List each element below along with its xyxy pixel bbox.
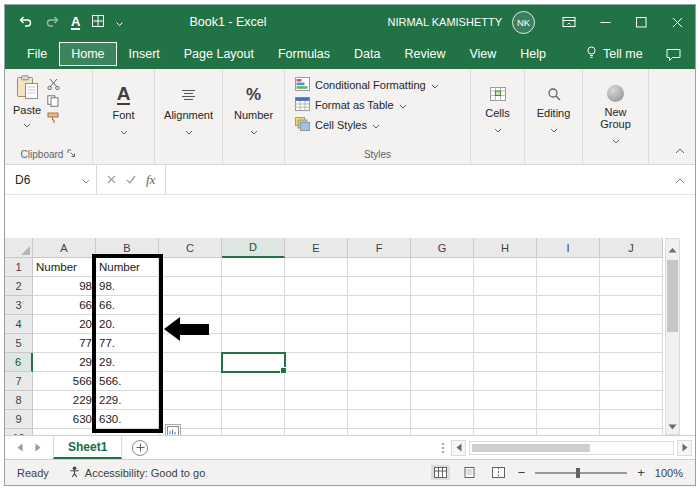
cell-E4[interactable] (285, 315, 348, 334)
sheet-next-icon[interactable] (35, 441, 41, 455)
minimize-button[interactable] (587, 5, 623, 39)
cell-G5[interactable] (411, 334, 474, 353)
copy-icon[interactable] (47, 95, 60, 107)
conditional-formatting-button[interactable]: Conditional Formatting (293, 75, 462, 95)
fill-options-button[interactable] (165, 424, 181, 435)
cell-E5[interactable] (285, 334, 348, 353)
cell-D5[interactable] (222, 334, 285, 353)
cell-E10[interactable] (285, 429, 348, 435)
zoom-in-button[interactable]: + (637, 465, 645, 480)
cell-I6[interactable] (537, 353, 600, 372)
cell-C1[interactable] (159, 258, 222, 277)
column-header-E[interactable]: E (285, 238, 348, 258)
format-painter-icon[interactable] (47, 112, 60, 124)
cell-H9[interactable] (474, 410, 537, 429)
cell-C3[interactable] (159, 296, 222, 315)
user-name[interactable]: NIRMAL KAMISHETTY (388, 16, 503, 28)
cell-J5[interactable] (600, 334, 663, 353)
cell-D1[interactable] (222, 258, 285, 277)
cell-D10[interactable] (222, 429, 285, 435)
cells-group-button[interactable]: Cells (471, 69, 525, 164)
cell-E8[interactable] (285, 391, 348, 410)
cell-F2[interactable] (348, 277, 411, 296)
row-header-10[interactable]: 10 (5, 429, 33, 435)
column-header-J[interactable]: J (600, 238, 663, 258)
cell-J4[interactable] (600, 315, 663, 334)
normal-view-icon[interactable] (431, 465, 450, 480)
cell-J9[interactable] (600, 410, 663, 429)
row-header-8[interactable]: 8 (5, 391, 33, 410)
comments-icon[interactable] (666, 48, 681, 61)
cell-J7[interactable] (600, 372, 663, 391)
cell-A3[interactable]: 66 (33, 296, 96, 315)
row-header-9[interactable]: 9 (5, 410, 33, 429)
zoom-out-button[interactable]: − (518, 465, 526, 480)
cell-H10[interactable] (474, 429, 537, 435)
tab-review[interactable]: Review (392, 42, 457, 66)
cancel-icon[interactable] (107, 173, 116, 187)
cell-I7[interactable] (537, 372, 600, 391)
vertical-scroll-thumb[interactable] (667, 260, 678, 332)
cell-F7[interactable] (348, 372, 411, 391)
column-header-H[interactable]: H (474, 238, 537, 258)
undo-icon[interactable] (19, 13, 33, 31)
cell-A6[interactable]: 29 (33, 353, 96, 372)
maximize-button[interactable] (623, 5, 659, 39)
row-header-2[interactable]: 2 (5, 277, 33, 296)
hscroll-left-icon[interactable] (451, 440, 466, 456)
cell-G6[interactable] (411, 353, 474, 372)
cell-I8[interactable] (537, 391, 600, 410)
cell-H4[interactable] (474, 315, 537, 334)
cell-C7[interactable] (159, 372, 222, 391)
column-header-A[interactable]: A (33, 238, 96, 258)
paste-button[interactable]: Paste (13, 75, 41, 147)
page-break-view-icon[interactable] (489, 465, 508, 480)
enter-icon[interactable] (126, 173, 136, 187)
horizontal-scroll-thumb[interactable] (472, 444, 590, 452)
cell-F8[interactable] (348, 391, 411, 410)
cell-J6[interactable] (600, 353, 663, 372)
row-header-5[interactable]: 5 (5, 334, 33, 353)
name-box-dropdown-icon[interactable] (82, 173, 90, 187)
cell-F5[interactable] (348, 334, 411, 353)
cell-F4[interactable] (348, 315, 411, 334)
row-header-1[interactable]: 1 (5, 258, 33, 277)
cell-D8[interactable] (222, 391, 285, 410)
cell-E3[interactable] (285, 296, 348, 315)
cell-C8[interactable] (159, 391, 222, 410)
cell-H1[interactable] (474, 258, 537, 277)
cell-G9[interactable] (411, 410, 474, 429)
row-header-6[interactable]: 6 (5, 353, 33, 372)
cell-G3[interactable] (411, 296, 474, 315)
cell-A2[interactable]: 98 (33, 277, 96, 296)
expand-formula-bar-icon[interactable] (665, 173, 695, 187)
collapse-ribbon-icon[interactable] (675, 140, 685, 158)
tab-view[interactable]: View (457, 42, 508, 66)
cell-F6[interactable] (348, 353, 411, 372)
tab-tell-me[interactable]: Tell me (574, 41, 655, 67)
column-header-F[interactable]: F (348, 238, 411, 258)
cell-D9[interactable] (222, 410, 285, 429)
cell-E9[interactable] (285, 410, 348, 429)
cell-F3[interactable] (348, 296, 411, 315)
alignment-group-button[interactable]: Alignment (155, 69, 223, 164)
tab-insert[interactable]: Insert (117, 42, 172, 66)
cut-icon[interactable] (47, 78, 60, 90)
tab-file[interactable]: File (15, 42, 59, 66)
cell-I2[interactable] (537, 277, 600, 296)
cell-G7[interactable] (411, 372, 474, 391)
cell-F1[interactable] (348, 258, 411, 277)
cell-A1[interactable]: Number (33, 258, 96, 277)
cell-F10[interactable] (348, 429, 411, 435)
qat-customize-icon[interactable] (116, 13, 123, 31)
page-layout-view-icon[interactable] (460, 465, 479, 480)
cell-A8[interactable]: 229 (33, 391, 96, 410)
cell-G10[interactable] (411, 429, 474, 435)
cell-G2[interactable] (411, 277, 474, 296)
tab-help[interactable]: Help (508, 42, 558, 66)
cell-A10[interactable] (33, 429, 96, 435)
scroll-up-icon[interactable] (668, 239, 677, 257)
hscroll-right-icon[interactable] (677, 440, 692, 456)
cell-H5[interactable] (474, 334, 537, 353)
cell-J2[interactable] (600, 277, 663, 296)
